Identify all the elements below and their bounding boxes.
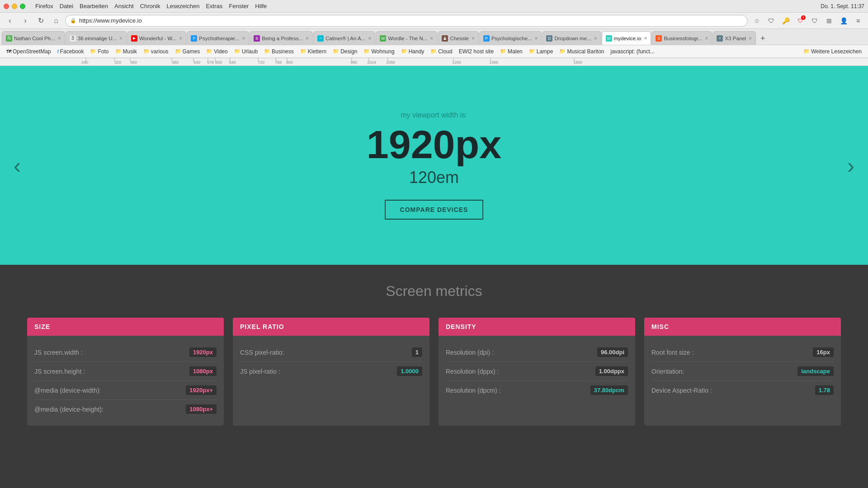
tab-close-icon[interactable]: × (534, 35, 538, 42)
tab-close-icon[interactable]: × (368, 35, 371, 42)
menu-datei[interactable]: Datei (60, 3, 73, 9)
tab-close-icon[interactable]: × (644, 35, 647, 42)
tab-favicon: ♟ (442, 35, 448, 42)
bookmark-star-button[interactable]: ☆ (750, 14, 763, 27)
prev-arrow-button[interactable]: ‹ (9, 149, 25, 183)
bookmark-musik[interactable]: Musik (113, 47, 140, 56)
bookmark-various[interactable]: various (141, 47, 171, 56)
next-arrow-button[interactable]: › (843, 149, 859, 183)
tab-label: Chessle (450, 36, 469, 41)
bitwarden-icon[interactable]: 🔑 (779, 14, 792, 27)
tab-36[interactable]: 3 36 einmalige U... × (66, 31, 127, 45)
card-density: DENSITY Resolution (dpi) : 96.00dpi Reso… (439, 318, 635, 426)
menu-lesezeichen[interactable]: Lesezeichen (166, 3, 199, 9)
svg-text:640: 640 (229, 60, 236, 65)
svg-text:480: 480 (172, 60, 179, 65)
svg-text:1600: 1600 (573, 60, 582, 65)
tab-label: X3 Panel (725, 36, 746, 41)
tab-close-icon[interactable]: × (179, 35, 182, 42)
back-button[interactable]: ‹ (4, 14, 16, 27)
bookmark-ewi2[interactable]: EWI2 host site (456, 47, 496, 56)
tab-close-icon[interactable]: × (306, 35, 309, 42)
menu-fenster[interactable]: Fenster (229, 3, 249, 9)
tab-calmer[interactable]: ~ Calmer® | An A... × (313, 31, 375, 45)
new-tab-button[interactable]: + (756, 32, 769, 45)
bookmark-label: Musik (123, 48, 137, 55)
tab-psycho[interactable]: P Psychotherapie... × (187, 31, 249, 45)
tab-business[interactable]: B Businessfotogr... × (651, 31, 712, 45)
tab-close-icon[interactable]: × (472, 35, 475, 42)
svg-text:240: 240 (81, 60, 88, 65)
bookmark-urlaub[interactable]: Urlaub (231, 47, 260, 56)
bookmark-malen[interactable]: Malen (497, 47, 525, 56)
bookmark-weitere[interactable]: Weitere Lesezeichen (801, 47, 864, 56)
menu-button[interactable]: ≡ (852, 14, 864, 27)
tab-wordle[interactable]: W Wordle - The N... × (376, 31, 437, 45)
tab-chessle[interactable]: ♟ Chessle × (438, 31, 479, 45)
bookmark-design[interactable]: Design (330, 47, 360, 56)
url-display: https://www.mydevice.io (79, 17, 142, 24)
bookmark-wohnung[interactable]: Wohnung (361, 47, 397, 56)
tab-wonderful[interactable]: ▶ Wonderful - W... × (127, 31, 186, 45)
tab-being[interactable]: B Being a Profess... × (250, 31, 313, 45)
bookmark-lampe[interactable]: Lampe (526, 47, 556, 56)
minimize-button[interactable] (12, 4, 17, 9)
tab-close-icon[interactable]: × (749, 35, 752, 42)
forward-button[interactable]: › (19, 14, 32, 27)
bookmark-facebook[interactable]: f Facebook (55, 47, 87, 56)
tab-psycho2[interactable]: P Psychologische... × (479, 31, 542, 45)
tabs-bar: N Nathan Cool Ph... × 3 36 einmalige U..… (0, 29, 868, 45)
address-bar[interactable]: 🔒 https://www.mydevice.io (65, 15, 748, 27)
tab-close-icon[interactable]: × (58, 35, 61, 42)
grid-icon[interactable]: ⊞ (823, 14, 835, 27)
card-misc-body: Root font size : 16px Orientation: lands… (644, 336, 841, 407)
bookmark-klettern[interactable]: Klettern (297, 47, 329, 56)
bookmark-label: Urlaub (242, 48, 258, 55)
container-icon[interactable]: 🛡 (765, 14, 778, 27)
metric-label: Orientation: (651, 368, 684, 375)
bookmark-openstreetmap[interactable]: 🗺 OpenStreetMap (4, 47, 54, 56)
menu-chronik[interactable]: Chronik (140, 3, 160, 9)
metric-value: 1080px+ (186, 404, 217, 414)
menu-ansicht[interactable]: Ansicht (114, 3, 134, 9)
metric-value: 1920px+ (186, 385, 217, 395)
tab-close-icon[interactable]: × (430, 35, 433, 42)
lock-icon: 🔒 (70, 18, 76, 23)
maximize-button[interactable] (20, 4, 25, 9)
tab-close-icon[interactable]: × (242, 35, 245, 42)
menu-extras[interactable]: Extras (206, 3, 222, 9)
tab-nathan[interactable]: N Nathan Cool Ph... × (2, 31, 65, 45)
menu-firefox[interactable]: Firefox (35, 3, 53, 9)
compare-devices-button[interactable]: COMPARE DEVICES (385, 200, 484, 220)
metric-value: 1 (412, 347, 422, 357)
tab-mydevice[interactable]: M mydevice.io × (602, 31, 651, 45)
bookmark-business[interactable]: Business (261, 47, 297, 56)
bookmark-bariton[interactable]: Musical Bariton (557, 47, 607, 56)
main-content: ‹ my viewport width is: 1920px 120em COM… (0, 66, 868, 488)
tab-close-icon[interactable]: × (594, 35, 597, 42)
metric-label: JS pixel-ratio : (240, 368, 280, 375)
bookmark-video[interactable]: Video (203, 47, 230, 56)
tab-dropdown[interactable]: D Dropdown me... × (542, 31, 601, 45)
metric-label: CSS pixel-ratio: (240, 349, 284, 356)
tab-label: Calmer® | An A... (326, 36, 365, 41)
menu-bearbeiten[interactable]: Bearbeiten (80, 3, 108, 9)
tab-close-icon[interactable]: × (705, 35, 708, 42)
bookmark-cloud[interactable]: Cloud (428, 47, 455, 56)
tab-favicon: P (483, 35, 490, 42)
bookmark-javascript[interactable]: javascript: (funct... (608, 47, 657, 56)
ublock-icon[interactable]: 🛡 (808, 14, 821, 27)
bookmark-games[interactable]: Games (172, 47, 203, 56)
tab-x3[interactable]: + X3 Panel × (712, 31, 756, 45)
bookmark-foto[interactable]: Foto (87, 47, 111, 56)
reload-button[interactable]: ↻ (34, 14, 47, 27)
bookmark-handy[interactable]: Handy (398, 47, 427, 56)
menu-hilfe[interactable]: Hilfe (255, 3, 267, 9)
close-button[interactable] (4, 4, 9, 9)
metric-row: CSS pixel-ratio: 1 (240, 343, 422, 362)
avatar-icon[interactable]: 👤 (837, 14, 850, 27)
extension-badge[interactable]: 🛡4 (794, 14, 807, 27)
metric-label: Resolution (dpi) : (446, 349, 494, 356)
tab-close-icon[interactable]: × (119, 35, 123, 42)
home-button[interactable]: ⌂ (50, 14, 62, 27)
